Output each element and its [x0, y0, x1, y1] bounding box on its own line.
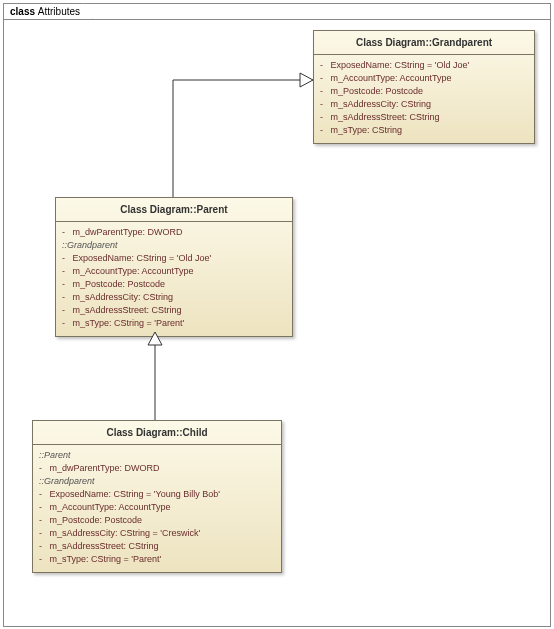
class-attrs: ::Parent- m_dwParentType: DWORD::Grandpa… [33, 445, 281, 572]
attribute-row: - m_dwParentType: DWORD [62, 226, 286, 239]
attribute-section-label: ::Grandparent [39, 475, 275, 488]
attribute-row: - m_sAddressStreet: CString [320, 111, 528, 124]
attribute-row: - m_sAddressCity: CString [62, 291, 286, 304]
attribute-row: - m_sType: CString = 'Parent' [62, 317, 286, 330]
class-attrs: - m_dwParentType: DWORD::Grandparent- Ex… [56, 222, 292, 336]
attribute-row: - m_Postcode: Postcode [39, 514, 275, 527]
class-grandparent[interactable]: Class Diagram::Grandparent - ExposedName… [313, 30, 535, 144]
class-title: Class Diagram::Parent [56, 198, 292, 222]
attribute-row: - m_AccountType: AccountType [39, 501, 275, 514]
attribute-row: - ExposedName: CString = 'Young Billy Bo… [39, 488, 275, 501]
frame-label-prefix: class [10, 6, 38, 17]
attribute-row: - m_sAddressCity: CString [320, 98, 528, 111]
attribute-row: - ExposedName: CString = 'Old Joe' [62, 252, 286, 265]
attribute-row: - m_AccountType: AccountType [320, 72, 528, 85]
attribute-row: - ExposedName: CString = 'Old Joe' [320, 59, 528, 72]
attribute-row: - m_sAddressStreet: CString [39, 540, 275, 553]
class-attrs: - ExposedName: CString = 'Old Joe'- m_Ac… [314, 55, 534, 143]
attribute-row: - m_sType: CString [320, 124, 528, 137]
attribute-section-label: ::Grandparent [62, 239, 286, 252]
attribute-row: - m_Postcode: Postcode [62, 278, 286, 291]
attribute-row: - m_AccountType: AccountType [62, 265, 286, 278]
attribute-row: - m_Postcode: Postcode [320, 85, 528, 98]
class-parent[interactable]: Class Diagram::Parent - m_dwParentType: … [55, 197, 293, 337]
class-child[interactable]: Class Diagram::Child ::Parent- m_dwParen… [32, 420, 282, 573]
attribute-section-label: ::Parent [39, 449, 275, 462]
class-title: Class Diagram::Grandparent [314, 31, 534, 55]
attribute-row: - m_sAddressCity: CString = 'Creswick' [39, 527, 275, 540]
attribute-row: - m_sType: CString = 'Parent' [39, 553, 275, 566]
frame-label-name: Attributes [38, 6, 80, 17]
attribute-row: - m_dwParentType: DWORD [39, 462, 275, 475]
frame-label: class Attributes [3, 3, 93, 20]
attribute-row: - m_sAddressStreet: CString [62, 304, 286, 317]
class-title: Class Diagram::Child [33, 421, 281, 445]
